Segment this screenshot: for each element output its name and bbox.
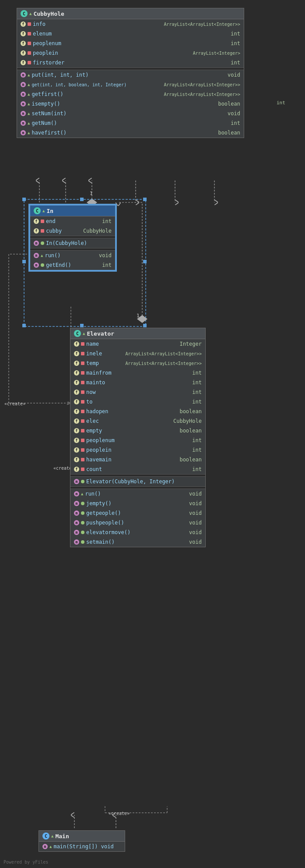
method-havefirst: m ▲ havefirst() boolean	[17, 128, 244, 138]
elev-field-inele: f inele ArrayList<ArrayList<Integer>>	[70, 349, 205, 358]
elevator-header: C ▲ Elevator	[70, 328, 205, 339]
elev-method-run-type: void	[175, 491, 202, 497]
method-setnum-name: setNum(int)	[32, 110, 212, 117]
in-field-cubby-icon: f	[34, 228, 39, 234]
svg-rect-11	[22, 324, 26, 327]
elev-method-jempty-vis	[81, 502, 84, 505]
main-class-icon: C	[42, 833, 49, 840]
elev-field-count-icon: f	[74, 467, 79, 472]
in-method-run-type: void	[85, 252, 112, 259]
elev-field-inele-name: inele	[86, 351, 121, 357]
elev-field-havemain-lock	[81, 458, 84, 461]
method-setnum-vis: ▲	[28, 111, 30, 116]
elevator-class-name: Elevator	[87, 330, 114, 337]
method-setnum-icon: m	[21, 111, 26, 116]
elev-field-mainto: f mainto int	[70, 378, 205, 387]
method-setnum: m ▲ setNum(int) void	[17, 109, 244, 118]
elevator-vis-icon: ▲	[83, 331, 85, 336]
field-peoplenum: f peoplenum int	[17, 39, 244, 48]
elev-field-empty-type: boolean	[175, 428, 202, 434]
method-getfirst-name: getfirst()	[32, 91, 160, 97]
elev-field-peoplein-icon: f	[74, 447, 79, 453]
multiplicity-1-label: 1	[90, 191, 93, 196]
elev-field-hadopen-icon: f	[74, 409, 79, 414]
in-vis-icon: ▲	[42, 209, 45, 213]
elev-field-to-icon: f	[74, 399, 79, 404]
elev-method-pushpeople-icon: m	[74, 520, 79, 525]
elev-field-name: f name Integer	[70, 339, 205, 349]
elev-field-name-lock	[81, 342, 84, 346]
method-getfirst-icon: m	[21, 92, 26, 97]
main-class: C ▲ Main m ▲ main(String[]) void	[39, 830, 125, 852]
method-havefirst-name: havefirst()	[32, 130, 212, 136]
elev-field-mainto-icon: f	[74, 380, 79, 385]
cubbyhole-class-name: CubbyHole	[33, 11, 64, 17]
field-elenum-icon: f	[21, 31, 26, 36]
in-constructor: m In(CubbyHole)	[30, 238, 115, 248]
method-getnum-type: int	[214, 120, 240, 126]
elev-field-to-lock	[81, 400, 84, 404]
in-field-cubby-name: cubby	[46, 228, 81, 234]
method-isempty-icon: m	[21, 101, 26, 106]
elev-field-hadopen: f hadopen boolean	[70, 407, 205, 416]
elev-method-jempty-name: jempty()	[86, 500, 174, 507]
in-method-run: m ▲ run() void	[30, 251, 115, 260]
method-havefirst-vis: ▲	[28, 131, 30, 135]
elev-field-mainfrom-lock	[81, 371, 84, 375]
field-peoplein-type: ArrayList<Integer>	[193, 51, 240, 56]
elev-method-run: m ▲ run() void	[70, 489, 205, 499]
svg-rect-10	[143, 198, 147, 201]
elev-field-now-icon: f	[74, 390, 79, 395]
method-getnum-icon: m	[21, 120, 26, 126]
create-label-3: «create»	[109, 811, 130, 816]
diagram-container: 1 «create» «create» 1	[0, 0, 305, 868]
elevator-fields-section: f name Integer f inele ArrayList<ArrayLi…	[70, 339, 205, 474]
elev-field-elec-name: elec	[86, 418, 172, 424]
elev-method-getpeople-name: getpeople()	[86, 510, 174, 516]
elev-method-elevatormove-name: elevatormove()	[86, 529, 174, 535]
elev-method-setmain-type: void	[175, 539, 202, 545]
elev-field-inele-lock	[81, 352, 84, 355]
elev-field-peoplenum-name: peoplenum	[86, 437, 174, 443]
elev-field-temp-lock	[81, 361, 84, 365]
elev-field-mainto-type: int	[175, 379, 202, 386]
method-havefirst-icon: m	[21, 130, 26, 135]
elev-method-elevatormove-type: void	[175, 529, 202, 535]
method-get: m ▲ get(int, int, boolean, int, Integer)…	[17, 80, 244, 89]
in-method-getend-name: getEnd()	[46, 262, 84, 268]
elev-method-pushpeople-type: void	[175, 520, 202, 526]
elev-field-empty: f empty boolean	[70, 426, 205, 436]
field-elenum-name: elenum	[33, 31, 212, 37]
method-isempty-vis: ▲	[28, 102, 30, 106]
elev-field-inele-icon: f	[74, 351, 79, 356]
field-elenum: f elenum int	[17, 29, 244, 39]
cubbyhole-header: C ▲ CubbyHole	[17, 8, 244, 19]
elev-field-peoplenum-type: int	[175, 437, 202, 443]
elev-method-getpeople: m getpeople() void	[70, 508, 205, 518]
elev-field-havemain-icon: f	[74, 457, 79, 462]
elev-field-to-name: to	[86, 399, 174, 405]
field-peoplein-name: peoplein	[33, 50, 191, 56]
in-constructors-section: m In(CubbyHole)	[30, 238, 115, 248]
elev-field-havemain-type: boolean	[175, 457, 202, 463]
in-field-end-lock	[41, 220, 44, 223]
in-field-end-name: end	[46, 218, 84, 224]
elev-method-getpeople-icon: m	[74, 510, 79, 516]
in-constructor-vis	[41, 241, 44, 245]
main-method-main-icon: m	[42, 844, 48, 849]
elev-field-elec-type: CubbyHole	[173, 418, 202, 424]
method-isempty-name: isempty()	[32, 101, 212, 107]
svg-rect-9	[22, 198, 26, 201]
field-peoplenum-type: int	[214, 40, 240, 46]
elev-method-jempty: m jempty() void	[70, 499, 205, 508]
field-info-type: ArrayList<ArrayList<Integer>>	[161, 22, 240, 27]
elev-method-pushpeople: m pushpeople() void	[70, 518, 205, 528]
elev-field-to-type: int	[175, 399, 202, 405]
footer-text: Powered by yFiles	[4, 860, 48, 864]
elev-field-peoplein-type: int	[175, 447, 202, 453]
field-firstorder-name: firstorder	[33, 60, 212, 66]
elevator-methods-section: m ▲ run() void m jempty() void m getpeop…	[70, 489, 205, 547]
elevator-constructors-section: m Elevator(CubbyHole, Integer)	[70, 477, 205, 486]
elev-field-now-name: now	[86, 389, 174, 395]
cubbyhole-class-icon: C	[21, 10, 28, 17]
